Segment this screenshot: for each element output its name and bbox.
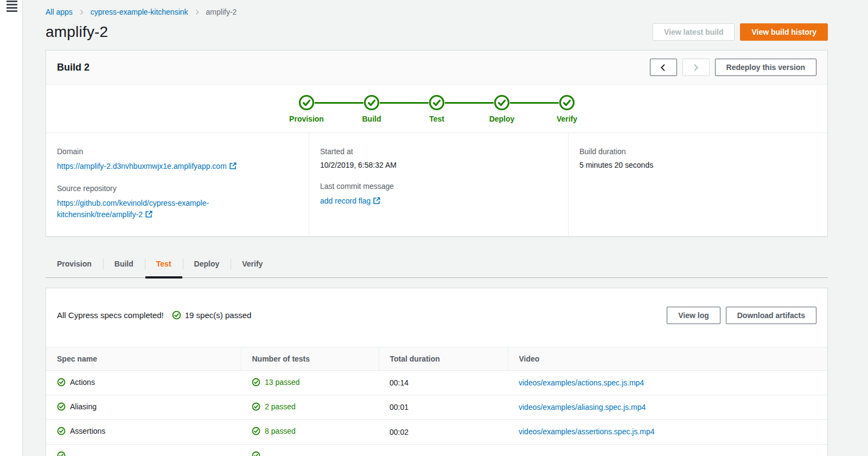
build-duration-field: Build duration 5 minutes 20 seconds	[579, 147, 816, 169]
test-summary-banner: All Cypress specs completed! 19 spec(s) …	[46, 303, 827, 327]
step-label: Test	[429, 115, 444, 123]
total-duration: 00:14	[390, 378, 409, 387]
domain-link[interactable]: https://amplify-2.d3nvhbuxmwjx1e.amplify…	[57, 162, 237, 170]
check-circle-icon	[363, 94, 380, 111]
step-label: Verify	[557, 115, 577, 123]
column-header-number-of-tests: Number of tests	[241, 347, 379, 370]
tab-build[interactable]: Build	[103, 252, 145, 277]
step-label: Deploy	[489, 115, 515, 123]
check-circle-icon	[252, 427, 260, 435]
build-duration-value: 5 minutes 20 seconds	[579, 161, 816, 169]
started-at-value: 10/2/2019, 6:58:32 AM	[320, 161, 557, 169]
external-link-icon	[373, 197, 380, 204]
spec-name: Aliasing	[70, 402, 97, 411]
tab-provision[interactable]: Provision	[46, 252, 103, 277]
step-deploy: Deploy	[494, 94, 510, 111]
check-circle-icon	[172, 311, 181, 320]
test-summary: All Cypress specs completed! 19 spec(s) …	[57, 311, 251, 320]
test-results-card: All Cypress specs completed! 19 spec(s) …	[46, 288, 828, 456]
table-row: Aliasing 2 passed 00:01 videos/examples/…	[46, 395, 827, 420]
test-banner-actions: View log Download artifacts	[667, 307, 816, 324]
details-column-domain: Domain https://amplify-2.d3nvhbuxmwjx1e.…	[46, 133, 309, 236]
main-content: All apps cypress-example-kitchensink amp…	[23, 0, 868, 456]
check-circle-icon	[252, 378, 260, 387]
tests-passed: 8 passed	[265, 427, 296, 435]
previous-build-button[interactable]	[650, 59, 677, 76]
domain-field: Domain https://amplify-2.d3nvhbuxmwjx1e.…	[57, 147, 298, 172]
check-circle-icon	[252, 402, 260, 411]
started-at-field: Started at 10/2/2019, 6:58:32 AM	[320, 147, 557, 169]
check-circle-icon	[559, 94, 575, 111]
next-build-button[interactable]	[682, 59, 710, 76]
table-row-partial	[46, 444, 827, 456]
step-provision: Provision	[298, 94, 315, 111]
step-connector	[315, 102, 363, 104]
source-repository-link[interactable]: https://github.com/kevinold/cypress-exam…	[57, 198, 244, 220]
check-circle-icon	[494, 94, 510, 111]
last-commit-link[interactable]: add record flag	[320, 197, 380, 205]
column-header-video: Video	[508, 347, 827, 370]
step-connector	[380, 102, 429, 104]
build-progress-steps: Provision Build Test Deplo	[46, 85, 827, 132]
check-circle-icon	[429, 94, 445, 111]
breadcrumb-current: amplify-2	[206, 8, 237, 16]
details-column-duration: Build duration 5 minutes 20 seconds	[568, 133, 827, 236]
step-verify: Verify	[559, 94, 575, 111]
page-header-actions: View latest build View build history	[653, 23, 828, 41]
video-link[interactable]: videos/examples/actions.spec.js.mp4	[519, 378, 644, 387]
hamburger-menu-icon[interactable]	[7, 1, 17, 14]
check-circle-icon	[57, 427, 66, 435]
breadcrumb-app[interactable]: cypress-example-kitchensink	[91, 8, 188, 16]
chevron-right-icon	[79, 9, 85, 15]
details-column-commit: Started at 10/2/2019, 6:58:32 AM Last co…	[309, 133, 568, 236]
step-connector	[510, 102, 559, 104]
test-summary-text: All Cypress specs completed!	[57, 311, 164, 320]
view-build-history-button[interactable]: View build history	[740, 23, 828, 41]
check-circle-icon	[57, 402, 66, 411]
check-circle-icon	[252, 451, 260, 456]
chevron-right-icon	[692, 64, 700, 72]
build-card-actions: Redeploy this version	[650, 59, 816, 76]
step-label: Build	[362, 115, 381, 123]
table-row: Actions 13 passed 00:14 videos/examples/…	[46, 370, 827, 395]
tab-deploy[interactable]: Deploy	[183, 252, 231, 277]
tab-verify[interactable]: Verify	[231, 252, 274, 277]
tests-passed: 2 passed	[265, 402, 296, 411]
spec-name: Assertions	[70, 427, 105, 435]
view-log-button[interactable]: View log	[667, 307, 720, 324]
check-circle-icon	[298, 94, 315, 111]
download-artifacts-button[interactable]: Download artifacts	[726, 307, 816, 324]
build-card-header: Build 2 Redeploy this version	[46, 50, 827, 85]
column-header-total-duration: Total duration	[379, 347, 508, 370]
column-header-spec-name: Spec name	[46, 347, 241, 370]
chevron-left-icon	[659, 64, 667, 72]
specs-passed-text: 19 spec(s) passed	[185, 311, 252, 320]
total-duration: 00:01	[390, 403, 409, 411]
step-connector	[445, 102, 494, 104]
spec-results-table: Spec name Number of tests Total duration…	[46, 347, 827, 456]
build-duration-label: Build duration	[579, 147, 816, 156]
step-test: Test	[429, 94, 445, 111]
table-header-row: Spec name Number of tests Total duration…	[46, 347, 827, 370]
left-navigation-rail	[0, 0, 23, 456]
redeploy-button[interactable]: Redeploy this version	[715, 59, 816, 76]
breadcrumb-all-apps[interactable]: All apps	[46, 8, 73, 16]
page-header: amplify-2 View latest build View build h…	[46, 23, 828, 41]
tab-test[interactable]: Test	[145, 252, 183, 277]
spec-name: Actions	[70, 378, 95, 387]
step-build: Build	[363, 94, 380, 111]
total-duration: 00:02	[390, 428, 409, 436]
view-latest-build-button[interactable]: View latest build	[653, 23, 735, 41]
check-circle-icon	[57, 451, 66, 456]
last-commit-label: Last commit message	[320, 182, 557, 191]
video-link[interactable]: videos/examples/assertions.spec.js.mp4	[519, 427, 655, 436]
check-circle-icon	[57, 378, 66, 387]
video-link[interactable]: videos/examples/aliasing.spec.js.mp4	[519, 403, 646, 411]
external-link-icon	[229, 162, 237, 169]
source-repository-field: Source repository https://github.com/kev…	[57, 184, 298, 220]
build-card: Build 2 Redeploy this version	[46, 50, 828, 237]
build-title: Build 2	[57, 62, 90, 73]
step-label: Provision	[289, 115, 324, 123]
page-title: amplify-2	[46, 23, 108, 41]
stage-tabs: Provision Build Test Deploy Verify	[46, 252, 828, 278]
